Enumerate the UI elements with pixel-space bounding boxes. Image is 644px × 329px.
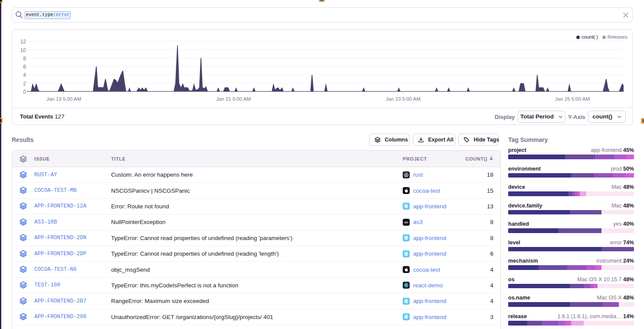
svg-text:</>: </> [404,220,408,224]
svg-text:R: R [405,173,407,177]
